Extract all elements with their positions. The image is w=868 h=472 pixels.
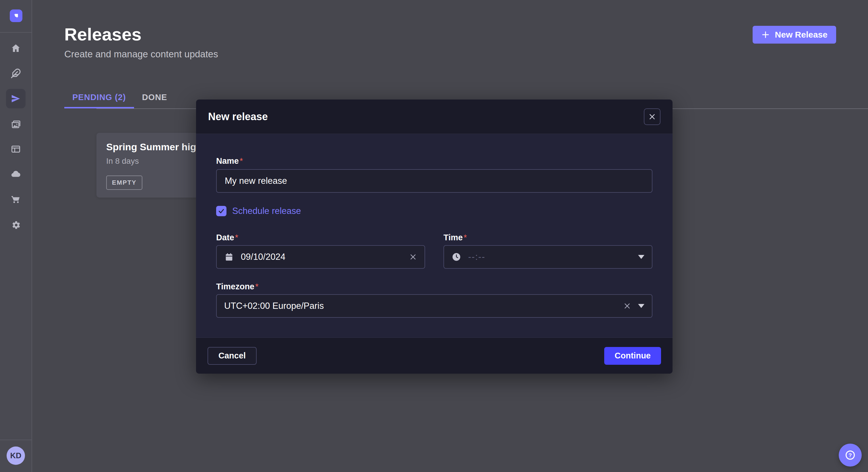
name-input[interactable] bbox=[216, 169, 652, 193]
help-button[interactable]: ? bbox=[839, 444, 862, 467]
name-field-label: Name bbox=[216, 156, 239, 165]
schedule-checkbox[interactable] bbox=[216, 206, 226, 216]
sidebar-item-settings[interactable] bbox=[6, 215, 26, 235]
date-field-group: Date* 09/10/2024 bbox=[216, 233, 425, 269]
timezone-field-group: Timezone* UTC+02:00 Europe/Paris bbox=[216, 282, 652, 318]
release-card-empty-badge: EMPTY bbox=[106, 175, 143, 190]
sidebar-item-releases[interactable] bbox=[6, 89, 26, 108]
sidebar-item-media-library[interactable] bbox=[6, 115, 26, 134]
modal-title: New release bbox=[208, 111, 268, 123]
sidebar-divider-top bbox=[0, 32, 32, 33]
new-release-button-label: New Release bbox=[775, 30, 828, 40]
sidebar-item-home[interactable] bbox=[6, 38, 26, 58]
feather-icon bbox=[11, 68, 21, 78]
sidebar-item-marketplace[interactable] bbox=[6, 189, 26, 209]
page-subtitle: Create and manage content updates bbox=[64, 49, 218, 60]
timezone-value: UTC+02:00 Europe/Paris bbox=[224, 301, 324, 311]
sidebar-divider-bottom bbox=[0, 440, 32, 440]
question-mark-icon: ? bbox=[844, 449, 856, 461]
time-field-label: Time bbox=[443, 233, 463, 242]
date-field-label: Date bbox=[216, 233, 234, 242]
sidebar: KD bbox=[0, 0, 32, 472]
paper-plane-icon bbox=[11, 94, 21, 104]
sidebar-item-content-manager[interactable] bbox=[6, 139, 26, 159]
date-value: 09/10/2024 bbox=[241, 252, 285, 262]
schedule-checkbox-label: Schedule release bbox=[232, 206, 301, 216]
time-placeholder: --:-- bbox=[468, 252, 485, 262]
user-avatar[interactable]: KD bbox=[7, 446, 25, 465]
sidebar-item-cloud[interactable] bbox=[6, 164, 26, 184]
tab-list: PENDING (2) DONE bbox=[64, 88, 175, 108]
cancel-button[interactable]: Cancel bbox=[208, 347, 257, 365]
name-field-group: Name* bbox=[216, 156, 652, 193]
sidebar-item-content-type-builder[interactable] bbox=[6, 64, 26, 83]
timezone-dropdown-caret-icon[interactable] bbox=[638, 304, 644, 308]
close-icon bbox=[648, 113, 656, 121]
required-asterisk: * bbox=[464, 233, 467, 242]
cart-icon bbox=[11, 194, 21, 204]
new-release-modal: New release Name* Schedule release Date* bbox=[196, 100, 673, 374]
cloud-icon bbox=[11, 169, 21, 179]
modal-footer: Cancel Continue bbox=[196, 338, 673, 374]
new-release-button[interactable]: New Release bbox=[753, 26, 836, 43]
strapi-logo-icon[interactable] bbox=[10, 9, 22, 22]
page-title: Releases bbox=[64, 24, 142, 44]
clear-x-icon bbox=[409, 253, 417, 261]
clear-x-icon bbox=[623, 302, 631, 310]
timezone-select-input[interactable]: UTC+02:00 Europe/Paris bbox=[216, 294, 652, 318]
schedule-release-toggle[interactable]: Schedule release bbox=[216, 206, 652, 216]
timezone-field-label: Timezone bbox=[216, 282, 254, 291]
modal-close-button[interactable] bbox=[644, 108, 660, 125]
time-picker-input[interactable]: --:-- bbox=[443, 245, 652, 269]
timezone-clear-button[interactable] bbox=[623, 302, 631, 310]
checkmark-icon bbox=[218, 208, 225, 214]
home-icon bbox=[11, 43, 21, 53]
date-time-row: Date* 09/10/2024 bbox=[216, 233, 652, 269]
plus-icon bbox=[761, 30, 770, 39]
continue-button[interactable]: Continue bbox=[604, 347, 661, 365]
clock-icon bbox=[452, 252, 461, 262]
tab-done[interactable]: DONE bbox=[134, 88, 175, 108]
svg-text:?: ? bbox=[848, 452, 852, 458]
time-dropdown-caret-icon[interactable] bbox=[638, 255, 644, 259]
required-asterisk: * bbox=[255, 282, 258, 291]
layout-panel-icon bbox=[11, 144, 21, 154]
modal-header: New release bbox=[196, 100, 673, 134]
time-field-group: Time* --:-- bbox=[443, 233, 652, 269]
images-icon bbox=[11, 119, 21, 130]
gear-icon bbox=[11, 220, 21, 230]
date-picker-input[interactable]: 09/10/2024 bbox=[216, 245, 425, 269]
tab-pending[interactable]: PENDING (2) bbox=[64, 88, 134, 108]
calendar-icon bbox=[224, 252, 234, 262]
required-asterisk: * bbox=[235, 233, 238, 242]
required-asterisk: * bbox=[240, 156, 243, 165]
modal-body: Name* Schedule release Date* bbox=[196, 134, 673, 338]
date-clear-button[interactable] bbox=[409, 253, 417, 261]
